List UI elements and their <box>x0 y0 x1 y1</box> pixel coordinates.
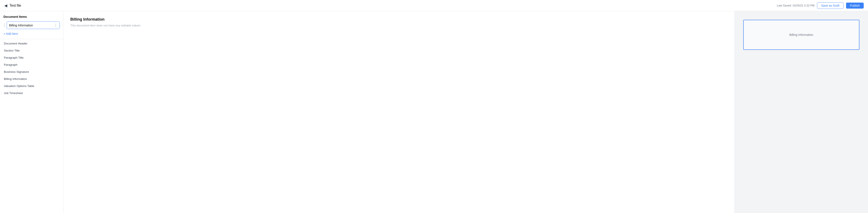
preview-panel: Billing Information <box>735 11 868 213</box>
item-options-button[interactable]: ⋮ <box>54 23 57 27</box>
arrow-up-icon[interactable]: ▲ <box>3 23 5 25</box>
menu-item[interactable]: Section Title <box>0 47 63 54</box>
add-item-button[interactable]: + Add Item <box>3 31 18 37</box>
menu-item[interactable]: Document Header <box>0 40 63 47</box>
sidebar: Document Items ▲ ▼ Billing Information ⋮… <box>0 11 63 213</box>
header-left: ◀ Test file <box>4 3 21 8</box>
app-header: ◀ Test file Last Saved: 10/25/22 2:22 PM… <box>0 0 868 11</box>
page-title: Test file <box>9 4 21 7</box>
last-saved-label: Last Saved: 10/25/22 2:22 PM <box>777 4 814 7</box>
sidebar-section-title: Document Items <box>3 15 60 19</box>
body-layout: Document Items ▲ ▼ Billing Information ⋮… <box>0 11 868 213</box>
selected-item-box[interactable]: Billing Information ⋮ <box>7 22 60 29</box>
menu-item[interactable]: Valuation Options Table <box>0 82 63 90</box>
sidebar-top: Document Items ▲ ▼ Billing Information ⋮… <box>0 11 63 39</box>
header-right: Last Saved: 10/25/22 2:22 PM Save as Dra… <box>777 2 864 9</box>
menu-item[interactable]: Paragraph <box>0 61 63 68</box>
back-button[interactable]: ◀ <box>4 3 7 8</box>
menu-item[interactable]: Business Signature <box>0 68 63 75</box>
menu-list: Document HeaderSection TitleParagraph Ti… <box>0 39 63 98</box>
save-draft-button[interactable]: Save as Draft <box>817 2 843 9</box>
reorder-arrows[interactable]: ▲ ▼ <box>3 23 5 28</box>
menu-item[interactable]: Job Timesheet <box>0 90 63 97</box>
back-icon: ◀ <box>4 3 7 8</box>
selected-doc-item-row: ▲ ▼ Billing Information ⋮ <box>3 22 60 29</box>
selected-item-label: Billing Information <box>9 24 33 27</box>
arrow-down-icon[interactable]: ▼ <box>3 25 5 28</box>
middle-subtitle: This document item does not have any edi… <box>70 24 727 27</box>
publish-button[interactable]: Publish <box>846 3 864 9</box>
middle-panel: Billing Information This document item d… <box>63 11 735 213</box>
preview-card: Billing Information <box>743 20 859 50</box>
menu-item[interactable]: Billing Information <box>0 75 63 82</box>
menu-item[interactable]: Paragraph Title <box>0 54 63 61</box>
middle-title: Billing Information <box>70 17 727 22</box>
preview-card-text: Billing Information <box>789 33 813 36</box>
